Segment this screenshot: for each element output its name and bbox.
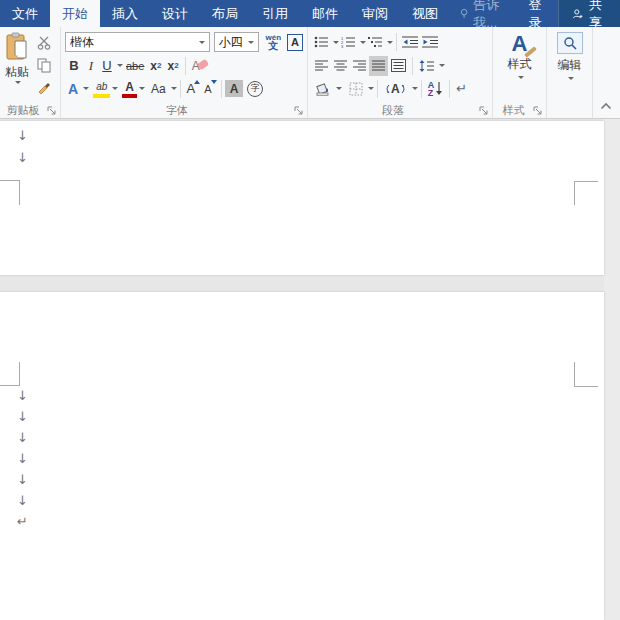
font-color-bar <box>122 94 137 98</box>
line-spacing-caret[interactable] <box>439 64 445 67</box>
document-page-2[interactable] <box>0 292 604 620</box>
para-separator-2 <box>412 57 413 75</box>
justify-icon <box>372 60 385 71</box>
subscript-button[interactable]: x2 <box>147 56 164 76</box>
cjk-arrow-left-icon <box>384 83 391 95</box>
copy-button[interactable] <box>34 56 54 74</box>
sort-button[interactable]: A Z <box>425 79 447 99</box>
decrease-indent-icon <box>402 36 418 48</box>
borders-icon <box>349 82 363 96</box>
clipboard-paste-icon <box>4 32 30 62</box>
lightbulb-icon <box>460 6 468 21</box>
shading-button[interactable] <box>312 79 334 99</box>
format-painter-button[interactable] <box>34 78 54 96</box>
shading-bucket-icon <box>315 82 331 96</box>
change-case-caret[interactable] <box>171 87 177 90</box>
font-color-caret[interactable] <box>139 87 145 90</box>
line-break-mark: ↓ <box>17 389 28 403</box>
bullets-button[interactable] <box>312 32 331 52</box>
bold-button[interactable]: B <box>65 56 83 76</box>
strikethrough-button[interactable]: abe <box>123 56 147 76</box>
paste-button[interactable]: 粘贴 <box>0 30 34 96</box>
collapse-ribbon-chevron-icon[interactable] <box>600 102 612 110</box>
superscript-button[interactable]: x2 <box>165 56 182 76</box>
numbering-button[interactable]: 1 2 3 <box>339 32 358 52</box>
change-case-button[interactable]: Aa <box>148 79 169 99</box>
tab-home[interactable]: 开始 <box>50 0 100 27</box>
line-break-mark: ↓ <box>17 129 28 143</box>
enclose-characters-button[interactable]: 字 <box>247 81 263 97</box>
align-left-button[interactable] <box>312 56 331 76</box>
editing-button[interactable]: 编辑 <box>547 30 592 80</box>
font-dialog-launcher[interactable] <box>294 106 304 116</box>
cut-button[interactable] <box>34 34 54 52</box>
shading-caret[interactable] <box>336 87 342 90</box>
character-border-button[interactable]: A <box>287 34 303 51</box>
clipboard-dialog-launcher[interactable] <box>47 106 57 116</box>
paste-dropdown-caret <box>15 81 21 84</box>
editing-iconbox <box>557 32 583 54</box>
font-group: 楷体 小四 wén 文 A B I U abe x2 x2 <box>61 27 308 118</box>
phonetic-bottom: 文 <box>268 42 278 50</box>
font-size-combo[interactable]: 小四 <box>214 32 260 52</box>
tab-file[interactable]: 文件 <box>0 0 50 27</box>
font-size-caret <box>248 41 254 44</box>
borders-caret[interactable] <box>368 87 374 90</box>
tell-me-button[interactable]: 告诉我... <box>450 0 518 27</box>
styles-group: A 样式 样式 <box>493 27 547 118</box>
vertical-scrollbar-track[interactable] <box>604 119 620 620</box>
page1-crop-bottom-left-h <box>0 180 20 181</box>
superscript-small: 2 <box>174 61 178 70</box>
show-hide-marks-button[interactable]: ↵ <box>453 79 470 99</box>
tab-design[interactable]: 设计 <box>150 0 200 27</box>
subscript-base: x <box>150 59 157 73</box>
tab-insert[interactable]: 插入 <box>100 0 150 27</box>
document-page-1[interactable] <box>0 121 604 275</box>
increase-indent-button[interactable] <box>420 32 440 52</box>
phonetic-guide-button[interactable]: wén 文 <box>265 34 281 50</box>
line-spacing-button[interactable] <box>416 56 437 76</box>
highlight-button[interactable]: ab <box>93 79 110 99</box>
text-effects-button[interactable]: A <box>65 79 81 99</box>
align-center-button[interactable] <box>331 56 350 76</box>
clear-formatting-button[interactable]: A <box>189 56 209 76</box>
align-right-button[interactable] <box>350 56 369 76</box>
page1-crop-bottom-left-v <box>19 180 20 205</box>
font-name-combo[interactable]: 楷体 <box>65 32 210 52</box>
character-shading-button[interactable]: A <box>225 80 244 97</box>
multilevel-caret[interactable] <box>387 41 393 44</box>
share-button[interactable]: 共享 <box>558 0 620 27</box>
highlight-color-bar <box>93 94 110 98</box>
tab-mailings[interactable]: 邮件 <box>300 0 350 27</box>
font-name-caret <box>199 41 205 44</box>
justify-button[interactable] <box>369 56 388 76</box>
tab-review[interactable]: 审阅 <box>350 0 400 27</box>
styles-button[interactable]: A 样式 <box>493 30 546 79</box>
cjk-layout-letter: A <box>391 82 400 96</box>
multilevel-list-button[interactable] <box>366 32 385 52</box>
highlight-caret[interactable] <box>112 87 118 90</box>
shrink-font-button[interactable]: A <box>201 79 217 99</box>
cjk-layout-caret[interactable] <box>412 87 418 90</box>
tab-layout[interactable]: 布局 <box>200 0 250 27</box>
character-shading-letter: A <box>230 82 239 96</box>
person-plus-icon <box>572 6 583 22</box>
styles-dialog-launcher[interactable] <box>533 106 543 116</box>
tab-references[interactable]: 引用 <box>250 0 300 27</box>
cjk-layout-button[interactable]: A <box>381 79 410 99</box>
align-center-icon <box>334 60 347 71</box>
grow-font-button[interactable]: A <box>184 79 202 99</box>
paragraph-dialog-launcher[interactable] <box>479 106 489 116</box>
tab-view[interactable]: 视图 <box>400 0 450 27</box>
distribute-button[interactable] <box>388 56 409 76</box>
text-effects-caret[interactable] <box>83 87 89 90</box>
italic-button[interactable]: I <box>83 56 99 76</box>
font-color-button[interactable]: A <box>122 79 137 99</box>
underline-button[interactable]: U <box>99 56 115 76</box>
decrease-indent-button[interactable] <box>400 32 420 52</box>
styles-caret <box>518 76 524 79</box>
para-separator-3 <box>377 80 378 98</box>
font-size-value: 小四 <box>219 34 247 51</box>
borders-button[interactable] <box>346 79 366 99</box>
sign-in-button[interactable]: 登录 <box>518 0 558 27</box>
